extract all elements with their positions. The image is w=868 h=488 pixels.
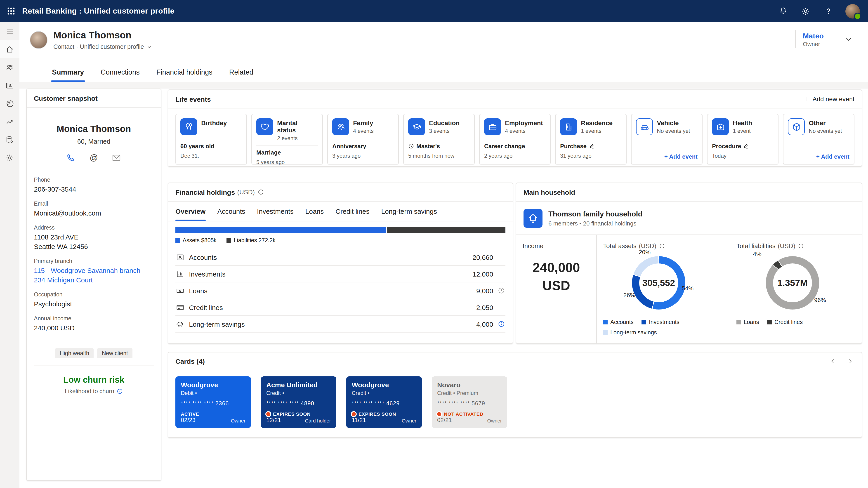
sidebar-item-settings[interactable] (0, 149, 20, 167)
bank-card-woodgrove-debit[interactable]: Woodgrove Debit • **** **** **** 2366 AC… (176, 377, 251, 428)
help-icon[interactable] (823, 6, 834, 17)
status-dot-icon (437, 412, 441, 416)
phone-label: Phone (34, 177, 154, 183)
user-avatar[interactable] (845, 4, 860, 18)
app-title: Retail Banking : Unified customer profil… (22, 6, 175, 15)
life-event-count: 3 events (429, 128, 460, 134)
holding-row-credit-lines[interactable]: Credit lines 2,050 (176, 299, 505, 316)
add-event-link[interactable]: + Add event (664, 153, 698, 160)
life-event-card-health[interactable]: Health 1 event Procedure Today (707, 114, 778, 164)
life-event-card-vehicle[interactable]: Vehicle No events yet + Add event (631, 114, 703, 164)
life-event-card-other[interactable]: Other No events yet + Add event (783, 114, 855, 164)
tab-summary[interactable]: Summary (51, 64, 85, 82)
fin-tab-credit-lines[interactable]: Credit lines (336, 201, 369, 221)
fin-tab-investments[interactable]: Investments (257, 201, 293, 221)
sidebar-item-home[interactable] (0, 40, 20, 58)
life-event-card-residence[interactable]: Residence 1 events Purchase 31 years ago (555, 114, 627, 164)
card-role: Owner (402, 418, 416, 423)
holding-row-long-term-savings[interactable]: Long-term savings 4,000 (176, 316, 505, 332)
life-event-title: Other (809, 119, 842, 127)
car-icon (636, 119, 653, 135)
life-event-name: Anniversary (332, 143, 366, 150)
card-status-text: EXPIRES SOON (359, 411, 396, 417)
edit-pen-icon (589, 143, 594, 149)
bank-card-acme-unlimited[interactable]: Acme Unlimited Credit • **** **** **** 4… (261, 377, 336, 428)
settings-gear-icon[interactable] (800, 6, 811, 17)
sidebar-item-profiles[interactable] (0, 76, 20, 94)
call-phone-icon[interactable] (66, 152, 76, 163)
owner-name-link[interactable]: Mateo (803, 31, 824, 40)
life-event-name: Procedure (712, 143, 741, 150)
sidebar-item-insights[interactable] (0, 112, 20, 131)
cards-prev-chevron[interactable] (828, 357, 837, 365)
card-brand: Woodgrove (352, 381, 416, 389)
record-type-switcher[interactable]: Contact · Unified customer profile (53, 43, 152, 50)
assets-legend-swatch (176, 238, 180, 242)
tab-connections[interactable]: Connections (100, 64, 141, 82)
snapshot-age-marital: 60, Married (27, 138, 161, 145)
holding-row-loans[interactable]: Loans 9,000 (176, 283, 505, 299)
header-expand-chevron[interactable] (844, 35, 852, 43)
add-event-link[interactable]: + Add event (816, 153, 849, 160)
life-event-card-education[interactable]: Education 3 events Master's 5 months fro… (403, 114, 475, 164)
sidebar-menu-toggle[interactable] (0, 22, 20, 40)
holding-row-investments[interactable]: Investments 12,000 (176, 266, 505, 283)
medkit-icon (712, 119, 729, 135)
liabilities-legend-item: Liabilities 272.2k (226, 237, 276, 243)
assets-bar-segment (176, 227, 386, 233)
contact-photo-avatar (30, 31, 48, 49)
app-launcher-icon[interactable] (0, 0, 22, 22)
phone-value[interactable]: 206-307-3544 (34, 184, 154, 194)
life-event-card-marital-status[interactable]: Marital status 2 events Marriage 5 years… (251, 114, 323, 164)
life-event-card-birthday[interactable]: Birthday 60 years old Dec 31, (176, 114, 247, 164)
total-liabilities-donut-chart: 1.357M (766, 256, 819, 310)
at-mention-icon[interactable]: @ (88, 152, 99, 163)
owner-block: Mateo Owner (795, 30, 852, 48)
fin-tab-loans[interactable]: Loans (305, 201, 324, 221)
notifications-bell-icon[interactable] (778, 6, 788, 17)
holding-label: Accounts (189, 253, 217, 261)
branch-link-line2[interactable]: 234 Michigan Court (34, 275, 154, 285)
card-expiry-date: 12/21 (266, 417, 281, 423)
cards-title: Cards (4) (176, 357, 205, 365)
info-icon[interactable] (497, 320, 505, 328)
address-field: Address 1108 23rd AVE Seattle WA 12456 (34, 225, 154, 251)
household-record-row[interactable]: Thomson family household 6 members • 20 … (516, 201, 862, 228)
info-icon[interactable] (257, 189, 264, 195)
tab-financial-holdings[interactable]: Financial holdings (156, 64, 213, 82)
card-number: **** **** **** 5679 (437, 400, 502, 407)
life-event-time: 3 years ago (332, 153, 394, 159)
sidebar-item-data[interactable] (0, 131, 20, 149)
credit-lines-pct-label: 4% (753, 251, 762, 257)
churn-info-icon[interactable] (116, 388, 123, 394)
fin-tab-overview[interactable]: Overview (176, 201, 206, 221)
topbar-actions (778, 4, 868, 18)
accounts-icon (176, 253, 184, 262)
email-value[interactable]: Monicat@outlook.com (34, 208, 154, 218)
fin-tab-accounts[interactable]: Accounts (217, 201, 245, 221)
fin-tab-long-term-savings[interactable]: Long-term savings (381, 201, 437, 221)
record-tabs: Summary Connections Financial holdings R… (51, 64, 254, 82)
life-event-card-employment[interactable]: Employment 4 events Career change 2 year… (479, 114, 551, 164)
sidebar-item-segments[interactable] (0, 94, 20, 112)
pending-clock-icon[interactable] (497, 287, 505, 295)
email-envelope-icon[interactable] (111, 152, 122, 163)
info-icon[interactable] (659, 243, 665, 249)
life-event-card-family[interactable]: Family 4 events Anniversary 3 years ago (327, 114, 399, 164)
branch-link-line1[interactable]: 115 - Woodgrove Savannah branch (34, 266, 154, 275)
tab-related[interactable]: Related (228, 64, 254, 82)
bank-card-novaro[interactable]: Novaro Credit • Premium **** **** **** 5… (432, 377, 507, 428)
income-column: Income 240,000 USD (516, 235, 596, 344)
trend-chart-icon (5, 117, 14, 126)
bank-card-woodgrove-credit[interactable]: Woodgrove Credit • **** **** **** 4629 E… (346, 377, 422, 428)
loans-banknote-icon (176, 286, 184, 295)
cards-next-chevron[interactable] (845, 357, 855, 365)
holding-row-accounts[interactable]: Accounts 20,660 (176, 249, 505, 266)
churn-caption: Likelihood to churn (65, 388, 114, 394)
info-icon[interactable] (798, 243, 804, 249)
total-liabilities-column: Total liabilities (USD) 1.357M 4% 96% Lo… (730, 235, 862, 344)
card-expiry-date: 11/21 (352, 417, 366, 423)
add-new-event-button[interactable]: Add new event (803, 95, 855, 103)
total-assets-center-value: 305,552 (643, 278, 675, 288)
sidebar-item-customers[interactable] (0, 58, 20, 76)
